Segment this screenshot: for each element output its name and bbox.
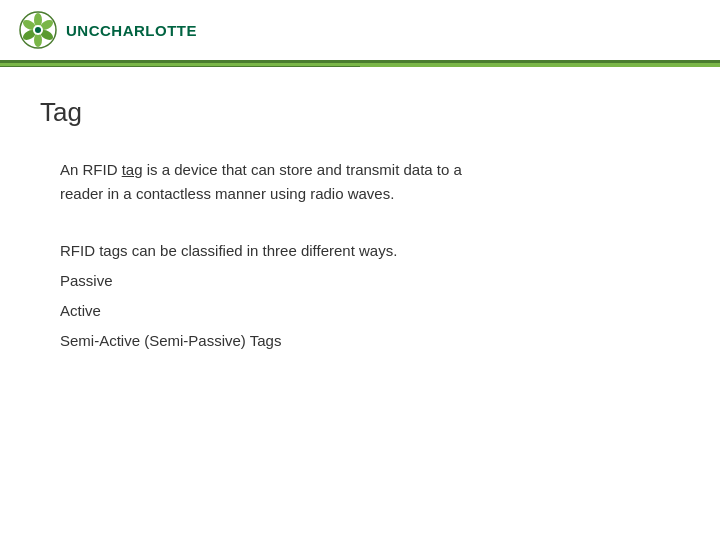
logo-charlotte: CHARLOTTE [100,22,197,39]
svg-point-8 [35,27,41,33]
page-title: Tag [40,97,680,128]
classification-intro: RFID tags can be classified in three dif… [60,236,680,266]
classification-section: RFID tags can be classified in three dif… [60,236,680,356]
description-text-after-link: is a device that can store and transmit … [143,161,462,178]
description-text-before-link: An RFID [60,161,122,178]
description-line3: reader in a contactless manner using rad… [60,185,394,202]
logo-emblem [18,10,58,50]
type-active: Active [60,296,680,326]
main-content: Tag An RFID tag is a device that can sto… [0,67,720,386]
description-paragraph: An RFID tag is a device that can store a… [60,158,680,206]
type-semi-active: Semi-Active (Semi-Passive) Tags [60,326,680,356]
svg-point-1 [34,13,42,27]
logo-unc: UNC [66,22,100,39]
logo-text: UNCCHARLOTTE [66,22,197,39]
tag-link[interactable]: tag [122,161,143,178]
header: UNCCHARLOTTE [0,0,720,63]
svg-point-4 [34,33,42,47]
type-passive: Passive [60,266,680,296]
logo-container: UNCCHARLOTTE [18,10,197,50]
